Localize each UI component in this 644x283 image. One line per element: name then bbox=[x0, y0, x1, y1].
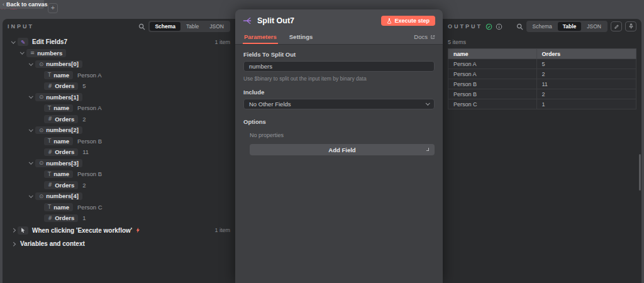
field-name: numbers[1] bbox=[46, 94, 79, 101]
tab-table[interactable]: Table bbox=[558, 22, 582, 31]
chevron-down-icon[interactable] bbox=[29, 127, 33, 131]
field-name: Orders bbox=[55, 83, 74, 89]
chevron-down-icon[interactable] bbox=[29, 61, 33, 65]
tree-row-numbers[interactable]: ≡numbers bbox=[3, 48, 235, 59]
table-row[interactable]: Person B2 bbox=[448, 89, 636, 99]
pin-data-button[interactable] bbox=[625, 21, 636, 31]
item-count: 1 item bbox=[214, 39, 230, 45]
tree-row-numbers-2-[interactable]: ⊙numbers[2] bbox=[3, 125, 235, 136]
field-badge[interactable]: ⊙numbers[3] bbox=[35, 159, 82, 167]
tab-schema[interactable]: Schema bbox=[150, 22, 180, 31]
tab-json[interactable]: JSON bbox=[204, 22, 229, 31]
table-cell: Person C bbox=[448, 99, 537, 109]
tree-row-name[interactable]: TnamePerson A bbox=[3, 70, 235, 81]
field-badge[interactable]: #Orders bbox=[44, 181, 78, 189]
tree-row-orders[interactable]: #Orders5 bbox=[3, 80, 235, 92]
back-arrow-icon: ‹ bbox=[3, 1, 4, 8]
field-value: Person C bbox=[77, 204, 103, 211]
add-field-button[interactable]: Add Field bbox=[250, 144, 435, 155]
field-badge[interactable]: Tname bbox=[44, 203, 73, 211]
chevron-down-icon[interactable] bbox=[29, 94, 33, 98]
field-badge[interactable]: ≡numbers bbox=[26, 49, 66, 57]
tree-row-orders[interactable]: #Orders2 bbox=[3, 114, 235, 125]
chevron-down-icon[interactable] bbox=[29, 160, 33, 164]
table-cell: 2 bbox=[536, 89, 636, 99]
field-badge[interactable]: ⊙numbers[1] bbox=[35, 93, 82, 101]
tab-table[interactable]: Table bbox=[181, 22, 204, 31]
edit-output-button[interactable] bbox=[611, 21, 622, 31]
chevron-down-icon[interactable] bbox=[29, 193, 33, 197]
tab-json[interactable]: JSON bbox=[582, 22, 606, 31]
field-value: 1 bbox=[82, 214, 86, 221]
tree-row-name[interactable]: TnamePerson A bbox=[3, 103, 235, 114]
scrollbar-thumb[interactable] bbox=[639, 154, 641, 191]
info-icon[interactable] bbox=[496, 23, 502, 30]
docs-link[interactable]: Docs bbox=[414, 33, 435, 44]
tree-row-variables-and-context[interactable]: Variables and context bbox=[3, 238, 235, 250]
tab-settings[interactable]: Settings bbox=[288, 33, 314, 44]
tree-row-orders[interactable]: #Orders11 bbox=[3, 147, 235, 158]
field-badge[interactable]: ⊙numbers[0] bbox=[35, 60, 82, 69]
tree-row-orders[interactable]: #Orders1 bbox=[3, 213, 235, 224]
chevron-right-icon[interactable] bbox=[11, 228, 15, 232]
tree-row-numbers-1-[interactable]: ⊙numbers[1] bbox=[3, 92, 235, 103]
node-title: Split Out7 bbox=[257, 16, 294, 25]
execute-step-button[interactable]: Execute step bbox=[381, 16, 435, 26]
tree-row-numbers-4-[interactable]: ⊙numbers[4] bbox=[3, 191, 235, 202]
node-icon-badge: ✎ bbox=[18, 38, 28, 46]
field-badge[interactable]: Tname bbox=[44, 170, 73, 179]
tree-row-edit-fields7[interactable]: ✎Edit Fields71 item bbox=[3, 36, 235, 48]
field-value: 2 bbox=[82, 116, 86, 123]
table-row[interactable]: Person B11 bbox=[448, 79, 636, 89]
field-badge[interactable]: Tname bbox=[44, 104, 73, 113]
field-badge[interactable]: #Orders bbox=[44, 214, 78, 223]
output-panel-title: OUTPUT bbox=[448, 23, 482, 30]
object-type-icon: ⊙ bbox=[39, 194, 43, 199]
tree-row-name[interactable]: TnamePerson C bbox=[3, 202, 235, 213]
tab-schema[interactable]: Schema bbox=[528, 22, 557, 31]
table-cell: 11 bbox=[536, 79, 636, 89]
number-type-icon: # bbox=[48, 150, 52, 155]
add-node-button[interactable]: + bbox=[48, 3, 58, 13]
tree-row-name[interactable]: TnamePerson B bbox=[3, 136, 235, 147]
table-row[interactable]: Person A5 bbox=[448, 59, 636, 69]
field-badge[interactable]: ⊙numbers[4] bbox=[35, 192, 82, 201]
tree-row-numbers-3-[interactable]: ⊙numbers[3] bbox=[3, 158, 235, 169]
tree-row-numbers-0-[interactable]: ⊙numbers[0] bbox=[3, 58, 235, 70]
back-to-canvas-button[interactable]: ‹ Back to canvas bbox=[0, 0, 44, 9]
add-field-label: Add Field bbox=[328, 147, 355, 153]
fields-to-split-out-label: Fields To Split Out bbox=[243, 51, 435, 58]
table-cell: 1 bbox=[536, 99, 636, 109]
back-to-canvas-label: Back to canvas bbox=[6, 1, 48, 8]
node-label: When clicking 'Execute workflow' bbox=[32, 227, 132, 234]
chevron-down-icon[interactable] bbox=[11, 39, 15, 43]
fields-to-split-out-input[interactable]: numbers bbox=[243, 61, 435, 72]
tab-parameters[interactable]: Parameters bbox=[243, 33, 278, 44]
field-badge[interactable]: Tname bbox=[44, 137, 73, 145]
table-cell: Person B bbox=[448, 89, 537, 99]
field-value: Person A bbox=[77, 72, 102, 79]
success-check-icon bbox=[486, 23, 492, 30]
number-type-icon: # bbox=[48, 116, 52, 122]
table-row[interactable]: Person C1 bbox=[448, 99, 636, 109]
chevron-down-icon[interactable] bbox=[20, 50, 24, 54]
field-badge[interactable]: #Orders bbox=[44, 82, 78, 91]
options-label: Options bbox=[243, 118, 435, 125]
table-row[interactable]: Person A2 bbox=[448, 69, 636, 79]
search-icon[interactable] bbox=[516, 23, 523, 30]
chevron-right-icon[interactable] bbox=[11, 242, 15, 246]
field-badge[interactable]: #Orders bbox=[44, 115, 78, 123]
include-select[interactable]: No Other Fields bbox=[243, 99, 435, 109]
field-name: numbers[3] bbox=[46, 160, 79, 167]
field-badge[interactable]: Tname bbox=[44, 71, 73, 79]
field-badge[interactable]: ⊙numbers[2] bbox=[35, 126, 82, 135]
tree-row-when-clicking-execute-workflow-[interactable]: When clicking 'Execute workflow'1 item bbox=[3, 225, 235, 236]
string-type-icon: T bbox=[48, 106, 51, 111]
tree-row-name[interactable]: TnamePerson B bbox=[3, 169, 235, 180]
tree-row-orders[interactable]: #Orders2 bbox=[3, 180, 235, 191]
field-badge[interactable]: #Orders bbox=[44, 148, 78, 157]
search-icon[interactable] bbox=[138, 23, 145, 30]
input-panel-title: INPUT bbox=[8, 23, 34, 30]
execute-step-label: Execute step bbox=[394, 18, 430, 24]
node-label: Edit Fields7 bbox=[32, 38, 67, 45]
